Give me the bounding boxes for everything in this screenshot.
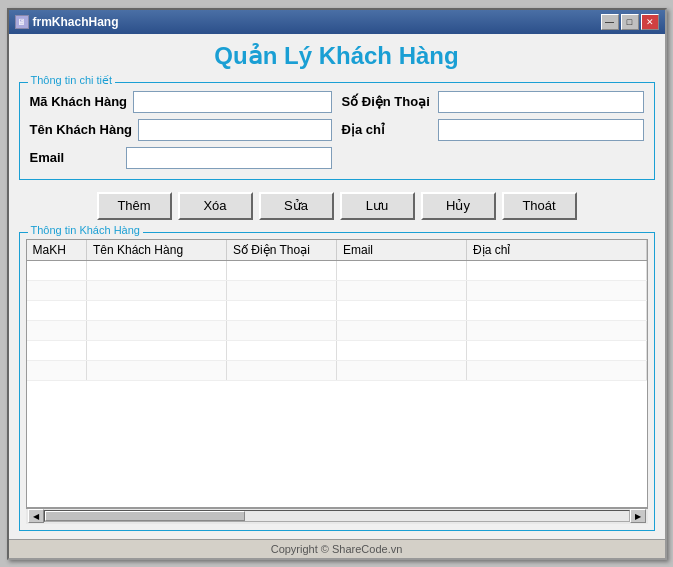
form-row-empty xyxy=(342,147,644,169)
label-sdt: Số Điện Thoại xyxy=(342,94,432,109)
button-row: Thêm Xóa Sửa Lưu Hủy Thoát xyxy=(19,192,655,220)
title-bar-left: 🖥 frmKhachHang xyxy=(15,15,119,29)
window-icon: 🖥 xyxy=(15,15,29,29)
form-grid: Mã Khách Hàng Số Điện Thoại Tên Khách Hà… xyxy=(30,91,644,169)
scroll-right-button[interactable]: ▶ xyxy=(630,509,646,523)
table-row xyxy=(27,360,647,380)
minimize-button[interactable]: — xyxy=(601,14,619,30)
col-header-diachi: Địa chỉ xyxy=(467,240,647,261)
scroll-left-button[interactable]: ◀ xyxy=(28,509,44,523)
col-header-makh: MaKH xyxy=(27,240,87,261)
input-sdt[interactable] xyxy=(438,91,644,113)
table-wrapper: MaKH Tên Khách Hàng Số Điện Thoại Email … xyxy=(26,239,648,508)
table-body xyxy=(27,260,647,380)
col-header-sdt: Số Điện Thoại xyxy=(227,240,337,261)
footer-text: Copyright © ShareCode.vn xyxy=(271,543,403,555)
scrollbar-thumb[interactable] xyxy=(45,511,245,521)
window-content: Quản Lý Khách Hàng Thông tin chi tiết Mã… xyxy=(9,34,665,539)
input-ten[interactable] xyxy=(138,119,331,141)
data-table: MaKH Tên Khách Hàng Số Điện Thoại Email … xyxy=(27,240,647,381)
form-row-sdt: Số Điện Thoại xyxy=(342,91,644,113)
detail-section: Thông tin chi tiết Mã Khách Hàng Số Điện… xyxy=(19,82,655,180)
col-header-email: Email xyxy=(337,240,467,261)
form-row-ten: Tên Khách Hàng xyxy=(30,119,332,141)
huy-button[interactable]: Hủy xyxy=(421,192,496,220)
table-row xyxy=(27,280,647,300)
table-row xyxy=(27,260,647,280)
table-section: Thông tin Khách Hàng MaKH Tên Khách Hàng… xyxy=(19,232,655,531)
label-email: Email xyxy=(30,150,120,165)
table-row xyxy=(27,300,647,320)
label-ten: Tên Khách Hàng xyxy=(30,122,133,137)
label-makh: Mã Khách Hàng xyxy=(30,94,128,109)
table-section-label: Thông tin Khách Hàng xyxy=(28,224,143,236)
input-makh[interactable] xyxy=(133,91,331,113)
title-bar-controls: — □ ✕ xyxy=(601,14,659,30)
form-row-diachi: Địa chỉ xyxy=(342,119,644,141)
them-button[interactable]: Thêm xyxy=(97,192,172,220)
detail-section-label: Thông tin chi tiết xyxy=(28,74,116,87)
table-header-row: MaKH Tên Khách Hàng Số Điện Thoại Email … xyxy=(27,240,647,261)
main-window: 🖥 frmKhachHang — □ ✕ Quản Lý Khách Hàng … xyxy=(7,8,667,560)
sua-button[interactable]: Sửa xyxy=(259,192,334,220)
form-row-email: Email xyxy=(30,147,332,169)
input-diachi[interactable] xyxy=(438,119,644,141)
footer: Copyright © ShareCode.vn xyxy=(9,539,665,558)
close-button[interactable]: ✕ xyxy=(641,14,659,30)
col-header-ten: Tên Khách Hàng xyxy=(87,240,227,261)
input-email[interactable] xyxy=(126,147,332,169)
xoa-button[interactable]: Xóa xyxy=(178,192,253,220)
luu-button[interactable]: Lưu xyxy=(340,192,415,220)
table-row xyxy=(27,340,647,360)
page-title: Quản Lý Khách Hàng xyxy=(19,42,655,70)
horizontal-scrollbar[interactable]: ◀ ▶ xyxy=(26,508,648,524)
form-row-makh: Mã Khách Hàng xyxy=(30,91,332,113)
title-bar: 🖥 frmKhachHang — □ ✕ xyxy=(9,10,665,34)
scrollbar-track[interactable] xyxy=(44,510,630,522)
maximize-button[interactable]: □ xyxy=(621,14,639,30)
label-diachi: Địa chỉ xyxy=(342,122,432,137)
thoat-button[interactable]: Thoát xyxy=(502,192,577,220)
window-title: frmKhachHang xyxy=(33,15,119,29)
table-row xyxy=(27,320,647,340)
